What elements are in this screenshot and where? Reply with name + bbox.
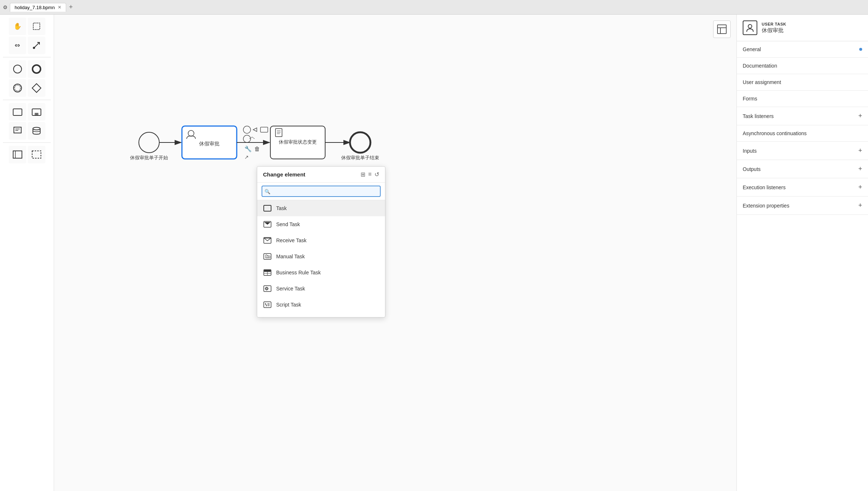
section-async-continuations[interactable]: Asynchronous continuations — [737, 125, 868, 142]
section-task-listeners[interactable]: Task listeners + — [737, 107, 868, 125]
inputs-plus[interactable]: + — [858, 147, 862, 155]
manual-task-label: Manual Task — [276, 254, 305, 259]
section-documentation[interactable]: Documentation — [737, 58, 868, 74]
section-user-assignment[interactable]: User assignment — [737, 74, 868, 91]
pool-tool[interactable] — [9, 146, 26, 163]
section-async-label: Asynchronous continuations — [743, 130, 807, 136]
file-tab[interactable]: holiday_7.18.bpmn ✕ — [10, 3, 66, 12]
section-forms-label: Forms — [743, 96, 757, 102]
svg-rect-29 — [264, 205, 271, 211]
task-icon — [263, 204, 272, 213]
reset-button[interactable]: ↺ — [374, 171, 379, 178]
list-item-manual-task[interactable]: Manual Task — [257, 248, 385, 264]
popup-search-wrap: 🔍 — [257, 183, 385, 200]
svg-point-4 — [33, 65, 41, 73]
context-diamond[interactable] — [253, 128, 257, 132]
execution-listeners-plus[interactable]: + — [858, 183, 862, 191]
svg-point-3 — [14, 65, 22, 73]
context-rect[interactable] — [260, 127, 268, 132]
business-rule-task-icon — [263, 268, 272, 277]
list-item-service-task[interactable]: Service Task — [257, 281, 385, 297]
section-general[interactable]: General — [737, 41, 868, 58]
canvas-area[interactable]: 休假审批单子开始 休假审批 🔧 🗑 ↗ — [54, 15, 736, 491]
section-forms[interactable]: Forms — [737, 91, 868, 107]
user-task-label: 休假审批 — [199, 141, 220, 146]
section-inputs[interactable]: Inputs + — [737, 142, 868, 160]
annotation-tool[interactable] — [9, 122, 26, 140]
connect-tool[interactable] — [28, 37, 45, 54]
popup-header: Change element ⊞ ≡ ↺ — [257, 167, 385, 183]
section-extension-props-label: Extension properties — [743, 203, 789, 209]
element-name: 休假审批 — [762, 27, 786, 34]
svg-marker-7 — [32, 84, 41, 92]
send-task-icon — [263, 220, 272, 229]
list-item-receive-task[interactable]: Receive Task — [257, 232, 385, 248]
section-extension-properties[interactable]: Extension properties + — [737, 197, 868, 215]
toolbar-divider-1 — [3, 57, 51, 57]
add-tab-button[interactable]: + — [69, 3, 73, 11]
section-user-assignment-label: User assignment — [743, 79, 781, 85]
section-general-label: General — [743, 46, 761, 52]
svg-point-47 — [748, 24, 752, 28]
group-tool[interactable] — [28, 146, 45, 163]
end-event[interactable] — [350, 132, 370, 153]
select-tool[interactable] — [28, 18, 45, 35]
section-outputs[interactable]: Outputs + — [737, 160, 868, 178]
hand-tool[interactable]: ✋ — [9, 18, 26, 35]
title-bar: ⚙ holiday_7.18.bpmn ✕ + — [0, 0, 868, 15]
context-arrow[interactable]: ↗ — [244, 154, 249, 160]
tool-row-3 — [3, 60, 51, 78]
main-layout: ✋ ⇔ — [0, 15, 868, 491]
start-event[interactable] — [139, 132, 159, 153]
user-task-header-icon — [743, 20, 757, 35]
context-trash[interactable]: 🗑 — [254, 146, 260, 152]
end-event-tool[interactable] — [28, 60, 45, 78]
grid-view-button[interactable]: ⊞ — [361, 171, 365, 178]
gateway-tool[interactable] — [28, 79, 45, 97]
start-event-tool[interactable] — [9, 60, 26, 78]
context-circle[interactable] — [243, 126, 251, 133]
minimap-button[interactable] — [713, 20, 731, 38]
extension-properties-plus[interactable]: + — [858, 202, 862, 209]
section-inputs-label: Inputs — [743, 148, 757, 154]
panel-header-info: USER TASK 休假审批 — [762, 22, 786, 34]
svg-line-22 — [252, 137, 255, 139]
toolbar-divider-3 — [3, 142, 51, 143]
subprocess-tool[interactable] — [28, 103, 45, 121]
svg-rect-16 — [13, 151, 22, 158]
svg-rect-0 — [33, 23, 40, 30]
tab-close-button[interactable]: ✕ — [58, 5, 61, 10]
task-label: Task — [276, 205, 287, 211]
call-activity-icon — [263, 316, 272, 317]
context-wrench[interactable]: 🔧 — [244, 145, 252, 152]
list-item-business-rule-task[interactable]: Business Rule Task — [257, 264, 385, 281]
datastore-tool[interactable] — [28, 122, 45, 140]
script-task-icon — [263, 300, 272, 309]
list-item-call-activity[interactable]: Call Activity — [257, 313, 385, 317]
receive-task-label: Receive Task — [276, 237, 307, 243]
business-rule-task-label: Business Rule Task — [276, 270, 321, 275]
svg-point-15 — [33, 127, 40, 130]
list-item-script-task[interactable]: Script Task — [257, 297, 385, 313]
tool-row-7 — [3, 146, 51, 163]
intermediate-event-tool[interactable] — [9, 79, 26, 97]
task-tool[interactable] — [9, 103, 26, 121]
panel-header: USER TASK 休假审批 — [737, 15, 868, 41]
section-execution-listeners[interactable]: Execution listeners + — [737, 178, 868, 197]
element-type: USER TASK — [762, 22, 786, 26]
popup-actions: ⊞ ≡ ↺ — [361, 171, 379, 178]
outputs-plus[interactable]: + — [858, 165, 862, 173]
tool-row-6 — [3, 122, 51, 140]
svg-point-6 — [15, 85, 20, 91]
list-item-send-task[interactable]: Send Task — [257, 216, 385, 232]
general-dot — [859, 48, 862, 51]
section-outputs-label: Outputs — [743, 166, 761, 172]
task-listeners-plus[interactable]: + — [858, 112, 862, 120]
section-documentation-label: Documentation — [743, 63, 777, 69]
search-input[interactable] — [262, 186, 381, 197]
list-item-task[interactable]: Task — [257, 200, 385, 216]
end-event-label: 休假审批单子结束 — [341, 155, 379, 160]
service-task-icon — [263, 284, 272, 293]
pan-tool[interactable]: ⇔ — [9, 37, 26, 54]
list-view-button[interactable]: ≡ — [368, 171, 372, 178]
